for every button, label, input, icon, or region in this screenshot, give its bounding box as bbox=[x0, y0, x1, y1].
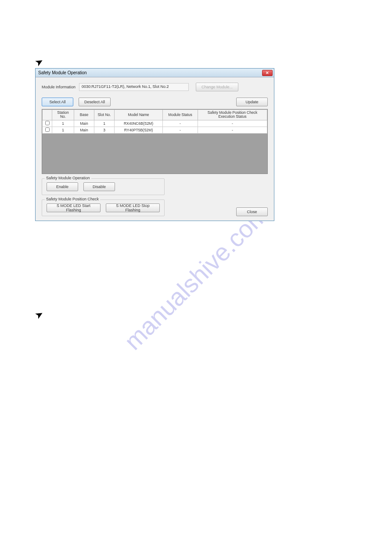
change-module-button[interactable]: Change Module... bbox=[196, 83, 238, 91]
cell-status: - bbox=[163, 120, 198, 127]
smode-stop-flashing-button[interactable]: S MODE LED Stop Flashing bbox=[106, 203, 160, 212]
safety-module-position-check-group: Safety Module Position Check S MODE LED … bbox=[42, 200, 165, 216]
cell-station: 1 bbox=[52, 120, 74, 127]
safety-module-operation-group: Safety Module Operation Enable Disable bbox=[42, 178, 165, 195]
col-position-check: Safety Module Position Check Execution S… bbox=[198, 110, 267, 120]
mouse-cursor-icon: ➤ bbox=[33, 55, 46, 69]
watermark: manualshive.com bbox=[118, 200, 273, 355]
col-status: Module Status bbox=[163, 110, 198, 120]
update-button[interactable]: Update bbox=[236, 98, 268, 106]
row-checkbox[interactable] bbox=[45, 127, 50, 132]
cell-base: Main bbox=[74, 120, 94, 127]
col-station: Station No. bbox=[52, 110, 74, 120]
cell-slot: 1 bbox=[94, 120, 115, 127]
module-info-field: 0030:RJ71GF11-T2(LR), Network No.1, Slot… bbox=[79, 83, 189, 91]
col-base: Base bbox=[74, 110, 94, 120]
mouse-cursor-icon: ➤ bbox=[33, 308, 46, 322]
select-row: Select All Deselect All Update bbox=[42, 98, 268, 106]
cell-station: 1 bbox=[52, 127, 74, 133]
close-icon[interactable]: ✕ bbox=[262, 70, 273, 76]
cell-base: Main bbox=[74, 127, 94, 133]
bottom-row: Safety Module Position Check S MODE LED … bbox=[42, 197, 268, 216]
group-label: Safety Module Position Check bbox=[45, 197, 100, 201]
smode-start-flashing-button[interactable]: S MODE LED Start Flashing bbox=[47, 203, 101, 212]
cell-check: - bbox=[198, 120, 267, 127]
deselect-all-button[interactable]: Deselect All bbox=[79, 98, 111, 106]
module-info-row: Module Information 0030:RJ71GF11-T2(LR),… bbox=[42, 83, 268, 91]
table-row: 1 Main 3 RY40PT5B(S2M) - - bbox=[43, 127, 267, 133]
col-checkbox bbox=[43, 110, 52, 120]
group-label: Safety Module Operation bbox=[45, 176, 91, 180]
close-button[interactable]: Close bbox=[236, 207, 268, 216]
select-all-button[interactable]: Select All bbox=[42, 98, 73, 106]
cell-slot: 3 bbox=[94, 127, 115, 133]
safety-module-operation-window: Safety Module Operation ✕ Module Informa… bbox=[35, 68, 274, 221]
module-table-wrap: Station No. Base Slot No. Model Name Mod… bbox=[42, 109, 268, 174]
enable-button[interactable]: Enable bbox=[47, 182, 78, 191]
cell-model: RY40PT5B(S2M) bbox=[115, 127, 163, 133]
table-row: 1 Main 1 RX40NC6B(S2M) - - bbox=[43, 120, 267, 127]
disable-button[interactable]: Disable bbox=[83, 182, 115, 191]
module-info-label: Module Information bbox=[42, 85, 76, 89]
window-content: Module Information 0030:RJ71GF11-T2(LR),… bbox=[36, 77, 274, 221]
cell-check: - bbox=[198, 127, 267, 133]
module-table: Station No. Base Slot No. Model Name Mod… bbox=[42, 109, 267, 134]
titlebar: Safety Module Operation ✕ bbox=[36, 69, 274, 77]
col-slot: Slot No. bbox=[94, 110, 115, 120]
col-model: Model Name bbox=[115, 110, 163, 120]
window-title: Safety Module Operation bbox=[38, 70, 87, 75]
row-checkbox[interactable] bbox=[45, 121, 50, 125]
cell-model: RX40NC6B(S2M) bbox=[115, 120, 163, 127]
cell-status: - bbox=[163, 127, 198, 133]
